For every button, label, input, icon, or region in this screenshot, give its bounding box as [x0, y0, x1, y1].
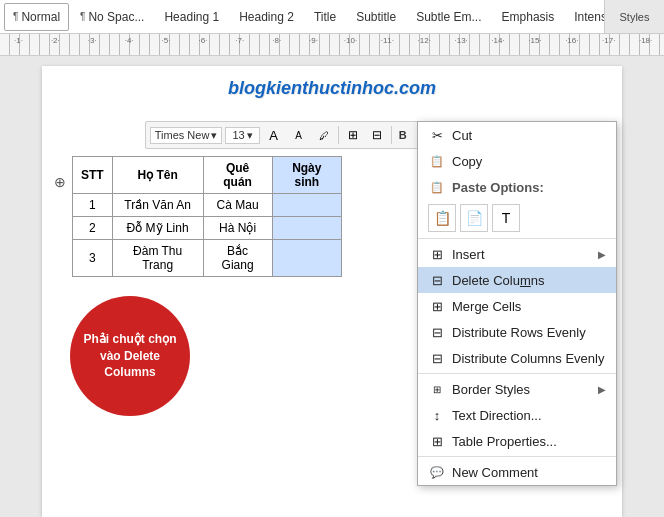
paste-text-only-icon[interactable]: T: [492, 204, 520, 232]
merge-cells-icon: ⊞: [428, 297, 446, 315]
ruler: ·1· ·2· ·3· ·4· ·5· ·6· ·7· ·8· ·9· ·10·…: [0, 34, 664, 56]
ruler-num: ·1·: [0, 36, 37, 45]
ribbon-tab-heading2[interactable]: Heading 2: [230, 3, 303, 31]
context-menu-border-styles[interactable]: ⊞ Border Styles ▶: [418, 376, 616, 402]
ribbon-tab-heading1[interactable]: Heading 1: [155, 3, 228, 31]
context-menu-delete-columns[interactable]: ⊟ Delete Columns: [418, 267, 616, 293]
paste-keep-source-icon[interactable]: 📋: [428, 204, 456, 232]
cell-stt-3: 3: [73, 240, 113, 277]
ruler-num: ·15·: [516, 36, 553, 45]
copy-label: Copy: [452, 154, 606, 169]
table-properties-icon: ⊞: [428, 432, 446, 450]
col-hoten-header: Họ Tên: [112, 157, 203, 194]
cell-ngaysinh-1: [272, 194, 341, 217]
ruler-num: ·2·: [37, 36, 74, 45]
cut-label: Cut: [452, 128, 606, 143]
table-grid-icon[interactable]: ⊞: [342, 124, 364, 146]
col-quequan-header: Quê quán: [203, 157, 272, 194]
font-dropdown-icon[interactable]: ▾: [211, 129, 217, 142]
font-selector[interactable]: Times New ▾: [150, 127, 223, 144]
context-menu-merge-cells[interactable]: ⊞ Merge Cells: [418, 293, 616, 319]
toolbar-separator: [338, 126, 339, 144]
cell-hoten-1: Trần Văn An: [112, 194, 203, 217]
table-border-icon[interactable]: ⊟: [366, 124, 388, 146]
context-menu-text-direction[interactable]: ↕ Text Direction...: [418, 402, 616, 428]
tab-title-label: Title: [314, 10, 336, 24]
delete-col-icon: ⊟: [428, 271, 446, 289]
copy-icon: 📋: [428, 152, 446, 170]
ruler-num: ·12·: [406, 36, 443, 45]
format-icon[interactable]: 🖊: [313, 124, 335, 146]
paragraph-icon: ¶: [13, 11, 18, 22]
context-menu-new-comment[interactable]: 💬 New Comment: [418, 459, 616, 485]
distribute-cols-label: Distribute Columns Evenly: [452, 351, 606, 366]
tab-heading1-label: Heading 1: [164, 10, 219, 24]
cell-stt-1: 1: [73, 194, 113, 217]
cell-hoten-2: Đỗ Mỹ Linh: [112, 217, 203, 240]
tab-normal-label: Normal: [21, 10, 60, 24]
table-header-row: STT Họ Tên Quê quán Ngày sinh: [73, 157, 342, 194]
menu-divider-3: [418, 456, 616, 457]
ribbon-tab-subtitle[interactable]: Subtitle: [347, 3, 405, 31]
ribbon-tab-normal[interactable]: ¶ Normal: [4, 3, 69, 31]
distribute-rows-label: Distribute Rows Evenly: [452, 325, 606, 340]
tab-nospace-label: No Spac...: [88, 10, 144, 24]
ruler-num: ·14·: [480, 36, 517, 45]
ruler-inner: ·1· ·2· ·3· ·4· ·5· ·6· ·7· ·8· ·9· ·10·…: [0, 34, 664, 55]
paste-merge-icon[interactable]: 📄: [460, 204, 488, 232]
new-comment-label: New Comment: [452, 465, 606, 480]
annotation-text: Phải chuột chọn vào Delete Columns: [70, 323, 190, 389]
document-area: blogkienthuctinhoc.com Times New ▾ 13 ▾ …: [0, 56, 664, 517]
cell-ngaysinh-2: [272, 217, 341, 240]
ribbon-tab-emphasis[interactable]: Emphasis: [493, 3, 564, 31]
context-menu-insert[interactable]: ⊞ Insert ▶: [418, 241, 616, 267]
table-properties-label: Table Properties...: [452, 434, 606, 449]
font-size-selector[interactable]: 13 ▾: [225, 127, 259, 144]
font-size: 13: [232, 129, 244, 141]
cell-stt-2: 2: [73, 217, 113, 240]
ribbon-tab-nospace[interactable]: ¶ No Spac...: [71, 3, 153, 31]
bold-button[interactable]: B: [395, 128, 411, 142]
blog-banner: blogkienthuctinhoc.com: [42, 78, 622, 99]
context-menu-distribute-rows[interactable]: ⊟ Distribute Rows Evenly: [418, 319, 616, 345]
context-menu-cut[interactable]: ✂ Cut: [418, 122, 616, 148]
context-menu-distribute-cols[interactable]: ⊟ Distribute Columns Evenly: [418, 345, 616, 371]
insert-submenu-arrow: ▶: [598, 249, 606, 260]
table-icons: ⊞ ⊟: [342, 124, 388, 146]
ruler-num: ·5·: [148, 36, 185, 45]
ruler-num: ·13·: [443, 36, 480, 45]
grow-font-icon[interactable]: A: [263, 124, 285, 146]
merge-cells-label: Merge Cells: [452, 299, 606, 314]
new-comment-icon: 💬: [428, 463, 446, 481]
text-direction-icon: ↕: [428, 406, 446, 424]
data-table: STT Họ Tên Quê quán Ngày sinh 1 Trần Văn…: [72, 156, 342, 277]
ruler-num: ·11·: [369, 36, 406, 45]
border-styles-icon: ⊞: [428, 380, 446, 398]
col-stt-header: STT: [73, 157, 113, 194]
ruler-numbers: ·1· ·2· ·3· ·4· ·5· ·6· ·7· ·8· ·9· ·10·…: [0, 36, 664, 45]
paste-options-row: 📋 📄 T: [418, 200, 616, 236]
add-row-icon[interactable]: ⊕: [54, 174, 66, 190]
tab-subtleem-label: Subtle Em...: [416, 10, 481, 24]
blog-banner-text: blogkienthuctinhoc.com: [228, 78, 436, 98]
shrink-font-icon[interactable]: A: [288, 124, 310, 146]
context-menu-copy[interactable]: 📋 Copy: [418, 148, 616, 174]
annotation-circle: Phải chuột chọn vào Delete Columns: [70, 296, 190, 416]
insert-icon: ⊞: [428, 245, 446, 263]
cell-ngaysinh-3: [272, 240, 341, 277]
insert-label: Insert: [452, 247, 592, 262]
col-ngaysinh-header: Ngày sinh: [272, 157, 341, 194]
cut-icon: ✂: [428, 126, 446, 144]
ruler-num: ·10·: [332, 36, 369, 45]
ribbon-tab-title[interactable]: Title: [305, 3, 345, 31]
ribbon-tab-subtleem[interactable]: Subtle Em...: [407, 3, 490, 31]
context-menu: ✂ Cut 📋 Copy 📋 Paste Options: 📋 📄 T: [417, 121, 617, 486]
document-page: blogkienthuctinhoc.com Times New ▾ 13 ▾ …: [42, 66, 622, 517]
size-dropdown-icon[interactable]: ▾: [247, 129, 253, 142]
cell-quequan-3: Bắc Giang: [203, 240, 272, 277]
tab-heading2-label: Heading 2: [239, 10, 294, 24]
ruler-num: ·16·: [553, 36, 590, 45]
ruler-num: ·6·: [184, 36, 221, 45]
context-menu-table-properties[interactable]: ⊞ Table Properties...: [418, 428, 616, 454]
table-row: 3 Đàm Thu Trang Bắc Giang: [73, 240, 342, 277]
